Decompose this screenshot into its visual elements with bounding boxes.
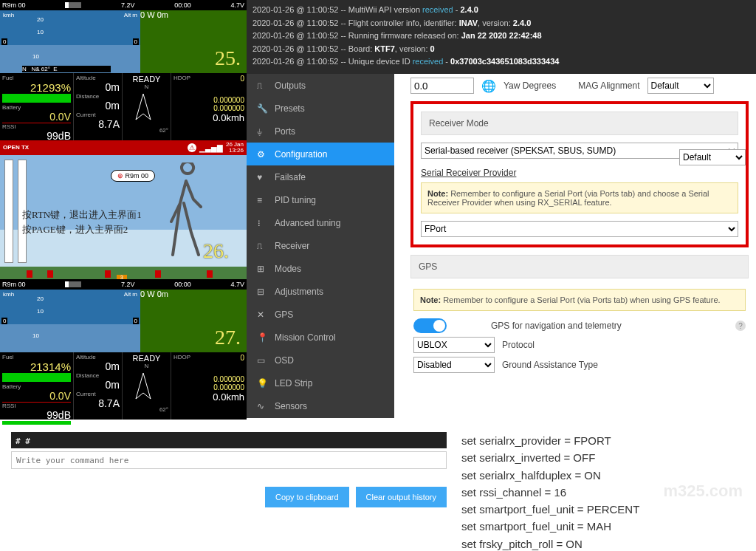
compass-bar: N N& 62° E xyxy=(22,66,111,72)
model-bubble: ⊕ R9m 00 xyxy=(111,170,155,182)
osd-titlebar: R9m 00 7.2V 00:00 4.7V xyxy=(0,0,247,10)
ground-assist-label: Ground Assistance Type xyxy=(502,360,598,370)
gps-note: Note: Remember to configure a Serial Por… xyxy=(413,289,746,311)
gear-icon: ⚙ xyxy=(257,149,267,160)
serial-provider-header: Serial Receiver Provider xyxy=(421,168,738,178)
battery-v2: 4.7V xyxy=(230,1,244,9)
sliders-icon: ≡ xyxy=(257,195,267,205)
sidebar-item-modes[interactable]: ⊞Modes xyxy=(247,257,394,280)
sidebar-item-failsafe[interactable]: ♥Failsafe xyxy=(247,165,394,188)
receiver-mode-highlight: Receiver Mode Serial-based receiver (SPE… xyxy=(410,101,749,247)
gps-toggle[interactable] xyxy=(413,318,447,333)
sidebar-item-ports[interactable]: ⏚Ports xyxy=(247,120,394,143)
wrench-icon: 🔧 xyxy=(257,103,267,114)
pin-icon: 📍 xyxy=(257,332,267,343)
attitude-indicator: kmh Alt m 20 10 10 0 0 N N& 62° E xyxy=(0,10,140,73)
watermark: m325.com xyxy=(663,482,743,501)
sidebar-item-pid[interactable]: ≡PID tuning xyxy=(247,188,394,211)
sidebar-nav: ⎍Outputs 🔧Presets ⏚Ports ⚙Configuration … xyxy=(247,74,394,418)
gps-header: GPS xyxy=(410,255,749,278)
config-panel: Default 🌐 Yaw Degrees MAG Alignment Defa… xyxy=(394,74,756,418)
plus-icon: ⊕ xyxy=(117,172,123,179)
bottom-markers: 3 xyxy=(0,266,247,279)
sidebar-item-presets[interactable]: 🔧Presets xyxy=(247,97,394,120)
sidebar-item-advanced[interactable]: ⫶Advanced tuning xyxy=(247,211,394,234)
copy-clipboard-button[interactable]: Copy to clipboard xyxy=(265,487,349,507)
osd-panel-2: R9m 00 7.2V 00:00 4.7V kmh Alt m 20 10 1… xyxy=(0,279,247,420)
sidebar-item-outputs[interactable]: ⎍Outputs xyxy=(247,74,394,97)
instruction-line-2: 按PAGE键，进入主界面2 xyxy=(22,223,128,236)
command-list: set serialrx_provider = FPORT set serial… xyxy=(461,432,639,551)
cli-output: # # xyxy=(11,432,447,448)
instruction-line-1: 按RTN键，退出进入主界面1 xyxy=(22,208,142,222)
outputs-icon: ⎍ xyxy=(257,81,267,91)
left-slider[interactable] xyxy=(4,160,13,263)
tuning-icon: ⫶ xyxy=(257,218,267,228)
step-number-26: 26. xyxy=(203,239,229,263)
sidebar-item-gps[interactable]: ✕GPS xyxy=(247,303,394,326)
receiver-mode-header: Receiver Mode xyxy=(421,112,738,135)
help-icon[interactable]: ? xyxy=(735,321,746,331)
heart-icon: ♥ xyxy=(257,172,267,182)
yaw-degrees-input[interactable] xyxy=(410,78,474,94)
ground-assist-select[interactable]: Disabled xyxy=(413,357,495,373)
serial-provider-select[interactable]: FPort xyxy=(421,221,738,237)
protocol-label: Protocol xyxy=(502,340,535,350)
sidebar-item-osd[interactable]: ▭OSD xyxy=(247,349,394,372)
sidebar-item-adjustments[interactable]: ⊟Adjustments xyxy=(247,280,394,303)
globe-icon: 🌐 xyxy=(481,79,496,93)
mag-alignment-select[interactable]: Default xyxy=(647,78,714,94)
gps-toggle-label: GPS for navigation and telemetry xyxy=(491,321,622,331)
sidebar-item-receiver[interactable]: ⎍Receiver xyxy=(247,234,394,257)
battery-v1: 7.2V xyxy=(121,1,135,9)
cli-panel: # # Copy to clipboard Clear output histo… xyxy=(11,432,447,551)
gps-protocol-select[interactable]: UBLOX xyxy=(413,337,495,353)
model-name: R9m 00 xyxy=(2,1,26,9)
clock: 00:00 xyxy=(174,1,191,9)
signal-bars-icon: ▁▃▅▇ xyxy=(199,144,223,152)
plug-icon: ⏚ xyxy=(257,126,267,137)
step-number-25: 25. xyxy=(215,47,241,70)
receiver-note: Note: Remember to configure a Serial Por… xyxy=(421,182,738,213)
sidebar-item-sensors[interactable]: ∿Sensors xyxy=(247,394,394,417)
step-number-27: 27. xyxy=(215,326,241,349)
osd-icon: ▭ xyxy=(257,355,267,366)
adjust-icon: ⊟ xyxy=(257,287,267,297)
bulb-icon: 💡 xyxy=(257,378,267,389)
osd-panel-1: R9m 00 7.2V 00:00 4.7V kmh Alt m 20 10 1… xyxy=(0,0,247,140)
mag-label: MAG Alignment xyxy=(578,81,639,91)
mag-alignment-select-top[interactable]: Default xyxy=(679,149,746,165)
radio-icon: ⎍ xyxy=(257,241,267,251)
clear-history-button[interactable]: Clear output history xyxy=(356,487,447,507)
satellite-icon: ✕ xyxy=(257,309,267,320)
sidebar-item-configuration[interactable]: ⚙Configuration xyxy=(247,143,394,165)
heading-arrow-icon xyxy=(125,90,162,127)
signal-icon xyxy=(65,2,81,8)
wave-icon: ∿ xyxy=(257,401,267,411)
opentx-panel: OPEN TX ⚠ ▁▃▅▇ 26 Jan13:26 ⊕ R9m 00 按RTN… xyxy=(0,140,247,279)
opentx-logo: OPEN TX xyxy=(3,145,29,150)
cli-input[interactable] xyxy=(11,451,447,469)
sidebar-item-led[interactable]: 💡LED Strip xyxy=(247,372,394,394)
switch-icon: ⊞ xyxy=(257,264,267,274)
warning-icon: ⚠ xyxy=(188,143,196,152)
yaw-label: Yaw Degrees xyxy=(504,81,556,91)
telemetry-row-1: Fuel 21293% Battery 0.0V RSSI 99dB Altit… xyxy=(0,73,247,140)
map-square: 0 W 0m 25. xyxy=(140,10,247,73)
sidebar-item-mission[interactable]: 📍Mission Control xyxy=(247,326,394,349)
